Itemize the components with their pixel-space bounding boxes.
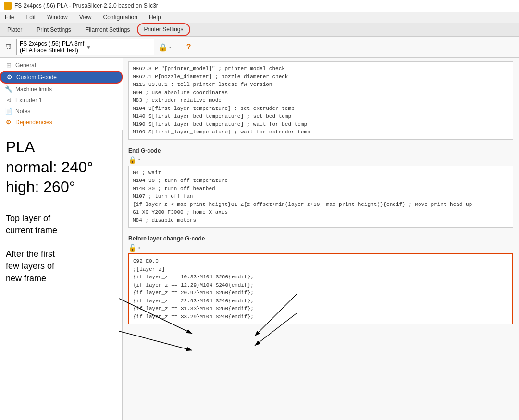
before-layer-gcode-section: Before layer change G-code 🔓 • G92 E0.0 … xyxy=(128,235,513,324)
menu-edit[interactable]: Edit xyxy=(23,13,38,22)
content-area: M862.3 P "[printer_model]" ; printer mod… xyxy=(123,58,519,420)
main-layout: ⊞ General ⚙ Custom G-code 🔧 Machine limi… xyxy=(0,58,519,420)
start-gcode-line-7: M140 S[first_layer_bed_temperature] ; se… xyxy=(133,112,509,120)
sidebar-item-dependencies[interactable]: ⚙ Dependencies xyxy=(0,117,123,128)
annotation-top-layer: Top layer ofcurrent frame xyxy=(6,213,117,237)
start-gcode-line-2: M862.1 P[nozzle_diameter] ; nozzle diame… xyxy=(133,73,509,81)
notes-main-text: PLAnormal: 240°high: 260° xyxy=(6,137,117,197)
end-gcode-line-5: {if layer_z < max_print_height}G1 Z{z_of… xyxy=(133,201,509,209)
start-gcode-line-4: G90 ; use absolute coordinates xyxy=(133,89,509,97)
before-layer-gcode-textarea[interactable]: G92 E0.0 ;[layer_z] {if layer_z == 10.33… xyxy=(128,253,513,324)
sidebar-item-machine-limits[interactable]: 🔧 Machine limits xyxy=(0,84,123,95)
start-gcode-textarea[interactable]: M862.3 P "[printer_model]" ; printer mod… xyxy=(128,61,513,140)
tab-plater[interactable]: Plater xyxy=(0,23,29,36)
menu-view[interactable]: View xyxy=(76,13,95,22)
tab-printer-settings[interactable]: Printer Settings xyxy=(137,23,190,36)
notes-icon: 📄 xyxy=(5,108,12,115)
end-gcode-section: End G-code 🔒 • G4 ; wait M104 S0 ; turn … xyxy=(128,147,513,228)
before-layer-label: Before layer change G-code xyxy=(128,235,513,242)
profile-name: FS 2x4pcs (.56) PLA.3mf (PLA Face Shield… xyxy=(20,40,85,54)
sidebar-label-custom-gcode: Custom G-code xyxy=(16,74,57,81)
before-layer-line-2: ;[layer_z] xyxy=(133,265,508,274)
machine-limits-icon: 🔧 xyxy=(5,85,12,93)
profile-save-icon: 🖫 xyxy=(4,43,12,51)
sidebar-item-notes[interactable]: 📄 Notes xyxy=(0,106,123,117)
sidebar-item-extruder1[interactable]: ⊲ Extruder 1 xyxy=(0,95,123,106)
lock-dot: • xyxy=(169,45,171,50)
menu-bar: File Edit Window View Configuration Help xyxy=(0,12,519,23)
save-group: 🔒 • xyxy=(158,43,171,52)
title-text: FS 2x4pcs (.56) PLA - PrusaSlicer-2.2.0 … xyxy=(14,2,158,9)
before-layer-line-4: {if layer_z == 12.29}M104 S240{endif}; xyxy=(133,281,508,289)
end-gcode-line-2: M104 S0 ; turn off temperature xyxy=(133,177,509,185)
menu-file[interactable]: File xyxy=(2,13,17,22)
sidebar-label-dependencies: Dependencies xyxy=(15,119,52,126)
tab-bar: Plater Print Settings Filament Settings … xyxy=(0,23,519,37)
before-layer-dot: • xyxy=(138,245,140,251)
end-gcode-label: End G-code xyxy=(128,147,513,154)
extruder-icon: ⊲ xyxy=(5,96,12,104)
start-gcode-line-9: M109 S[first_layer_temperature] ; wait f… xyxy=(133,128,509,136)
sidebar-label-notes: Notes xyxy=(15,108,30,115)
annotation-after-first: After the firstfew layers ofnew frame xyxy=(6,248,117,285)
sidebar-label-machine-limits: Machine limits xyxy=(15,86,52,93)
end-gcode-lock-icon: 🔒 xyxy=(128,156,136,164)
custom-gcode-icon: ⚙ xyxy=(6,73,13,81)
before-layer-line-5: {if layer_z == 20.97}M104 S260{endif}; xyxy=(133,289,508,297)
notes-area: PLAnormal: 240°high: 260° Top layer ofcu… xyxy=(0,130,123,420)
sidebar-label-extruder1: Extruder 1 xyxy=(15,97,42,104)
profile-dropdown[interactable]: FS 2x4pcs (.56) PLA.3mf (PLA Face Shield… xyxy=(16,39,154,55)
start-gcode-line-5: M83 ; extruder relative mode xyxy=(133,96,509,105)
end-gcode-textarea[interactable]: G4 ; wait M104 S0 ; turn off temperature… xyxy=(128,166,513,228)
annotation-group: Top layer ofcurrent frame After the firs… xyxy=(6,213,117,285)
end-gcode-line-6: G1 X0 Y200 F3000 ; home X axis xyxy=(133,208,509,216)
tab-print-settings[interactable]: Print Settings xyxy=(29,23,78,36)
end-gcode-line-1: G4 ; wait xyxy=(133,169,509,177)
app-icon xyxy=(4,2,12,10)
menu-help[interactable]: Help xyxy=(146,13,164,22)
menu-configuration[interactable]: Configuration xyxy=(100,13,140,22)
start-gcode-line-8: M190 S[first_layer_bed_temperature] ; wa… xyxy=(133,120,509,129)
sidebar-item-general[interactable]: ⊞ General xyxy=(0,60,123,71)
general-icon: ⊞ xyxy=(5,61,12,69)
sidebar-label-general: General xyxy=(15,62,36,69)
start-gcode-line-3: M115 U3.8.1 ; tell printer latest fw ver… xyxy=(133,81,509,89)
before-layer-line-3: {if layer_z == 10.33}M104 S260{endif}; xyxy=(133,273,508,281)
lock-icon: 🔒 xyxy=(158,43,168,52)
before-layer-lock-row: 🔓 • xyxy=(128,244,513,252)
menu-window[interactable]: Window xyxy=(44,13,71,22)
end-gcode-line-4: M107 ; turn off fan xyxy=(133,192,509,201)
title-bar: FS 2x4pcs (.56) PLA - PrusaSlicer-2.2.0 … xyxy=(0,0,519,12)
start-gcode-line-1: M862.3 P "[printer_model]" ; printer mod… xyxy=(133,65,509,73)
start-gcode-line-6: M104 S[first_layer_temperature] ; set ex… xyxy=(133,105,509,113)
start-gcode-section: M862.3 P "[printer_model]" ; printer mod… xyxy=(128,61,513,140)
before-layer-line-6: {if layer_z == 22.93}M104 S240{endif}; xyxy=(133,297,508,305)
profile-bar: 🖫 FS 2x4pcs (.56) PLA.3mf (PLA Face Shie… xyxy=(0,37,519,58)
dependencies-icon: ⚙ xyxy=(5,119,12,126)
dropdown-arrow-icon: ▼ xyxy=(86,45,151,50)
before-layer-line-7: {if layer_z == 31.33}M104 S260{endif}; xyxy=(133,305,508,313)
left-panel: ⊞ General ⚙ Custom G-code 🔧 Machine limi… xyxy=(0,58,123,420)
before-layer-lock-icon: 🔓 xyxy=(128,244,136,252)
sidebar-item-custom-gcode[interactable]: ⚙ Custom G-code xyxy=(0,71,123,84)
sidebar: ⊞ General ⚙ Custom G-code 🔧 Machine limi… xyxy=(0,58,123,130)
end-gcode-line-7: M84 ; disable motors xyxy=(133,216,509,225)
end-gcode-dot: • xyxy=(138,157,140,162)
help-icon[interactable]: ? xyxy=(186,43,191,51)
tab-filament-settings[interactable]: Filament Settings xyxy=(78,23,137,36)
end-gcode-lock-row: 🔒 • xyxy=(128,156,513,164)
before-layer-line-8: {if layer_z == 33.29}M104 S240{endif}; xyxy=(133,313,508,321)
end-gcode-line-3: M140 S0 ; turn off heatbed xyxy=(133,185,509,193)
before-layer-line-1: G92 E0.0 xyxy=(133,257,508,265)
